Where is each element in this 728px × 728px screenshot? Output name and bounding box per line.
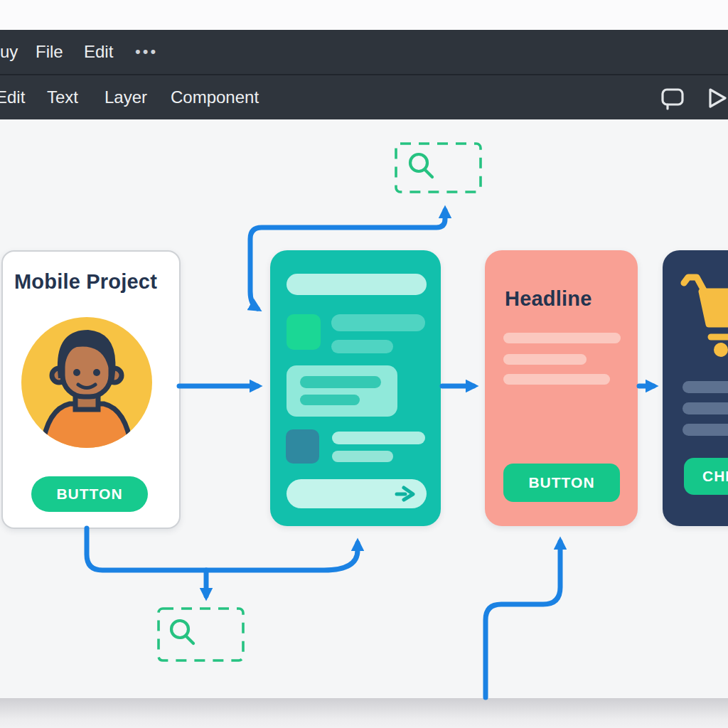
- wireframe-line: [503, 354, 587, 365]
- menubar-secondary: Edit Text Layer Component: [0, 75, 728, 119]
- chat-wireframe-card[interactable]: [270, 250, 441, 526]
- wireframe-message-bubble: [287, 365, 397, 417]
- wireframe-line: [331, 314, 425, 331]
- more-icon[interactable]: •••: [135, 30, 158, 74]
- toolbar-item-component[interactable]: Component: [171, 75, 259, 119]
- wireframe-line: [332, 451, 393, 462]
- headline-card[interactable]: Headline BUTTON: [485, 250, 638, 526]
- wireframe-line: [332, 432, 425, 444]
- avatar: [21, 317, 152, 448]
- window-top-strip: [0, 0, 728, 31]
- play-icon[interactable]: [705, 87, 728, 109]
- wireframe-input-bar: [287, 479, 427, 508]
- send-icon: [395, 486, 417, 502]
- toolbar-item-text[interactable]: Text: [47, 75, 78, 119]
- wireframe-avatar-block: [286, 429, 319, 464]
- window-bottom-shadow: [0, 698, 728, 728]
- headline-card-title: Headline: [505, 287, 592, 311]
- headline-button[interactable]: BUTTON: [503, 464, 620, 502]
- profile-card-title: Mobile Project: [14, 270, 157, 294]
- comment-icon[interactable]: [660, 87, 685, 111]
- menu-item-partial[interactable]: uy: [0, 30, 18, 74]
- wireframe-avatar-block: [287, 314, 321, 350]
- profile-button[interactable]: BUTTON: [31, 476, 148, 512]
- wireframe-line: [682, 402, 728, 414]
- search-icon: [410, 154, 432, 177]
- checkout-button[interactable]: CHE: [684, 458, 728, 495]
- wireframe-searchbar: [287, 274, 427, 295]
- wireframe-line: [300, 376, 381, 388]
- checkout-card[interactable]: CHE: [663, 250, 728, 526]
- menu-item-edit[interactable]: Edit: [84, 30, 113, 74]
- search-icon: [171, 621, 193, 643]
- wireframe-line: [682, 424, 728, 436]
- toolbar-item-edit[interactable]: Edit: [0, 75, 25, 119]
- wireframe-line: [503, 374, 610, 385]
- menubar-primary: uy File Edit •••: [0, 30, 728, 75]
- wireframe-line: [682, 381, 728, 393]
- wireframe-line: [503, 333, 621, 343]
- wireframe-line: [300, 395, 360, 405]
- wireframe-line: [331, 340, 393, 353]
- search-placeholder-bottom[interactable]: [156, 606, 247, 664]
- toolbar-item-layer[interactable]: Layer: [105, 75, 147, 119]
- search-placeholder-top[interactable]: [393, 141, 484, 195]
- profile-card[interactable]: Mobile Project BUTTON: [1, 250, 181, 529]
- menu-item-file[interactable]: File: [36, 30, 63, 74]
- shopping-cart-icon: [680, 272, 728, 363]
